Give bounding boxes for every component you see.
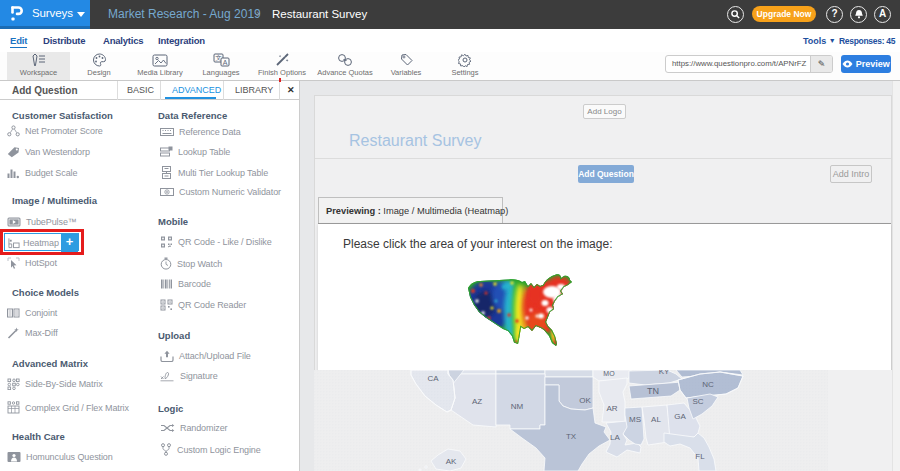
svg-text:TX: TX xyxy=(566,432,577,441)
svg-text:MO: MO xyxy=(603,370,615,377)
svg-text:LA: LA xyxy=(610,433,620,442)
svg-text:CA: CA xyxy=(427,374,439,383)
svg-text:FL: FL xyxy=(695,452,705,461)
svg-text:AK: AK xyxy=(446,457,457,466)
svg-text:GA: GA xyxy=(674,412,686,421)
svg-text:OK: OK xyxy=(579,396,591,405)
svg-text:KY: KY xyxy=(659,370,670,376)
svg-text:NC: NC xyxy=(702,380,714,389)
svg-text:MS: MS xyxy=(629,415,641,424)
svg-text:AL: AL xyxy=(651,415,661,424)
svg-text:A: A xyxy=(222,59,227,66)
svg-text:SC: SC xyxy=(692,397,703,406)
svg-text:TN: TN xyxy=(647,386,659,396)
svg-text:NM: NM xyxy=(511,402,524,411)
svg-text:AR: AR xyxy=(606,404,617,413)
svg-text:AZ: AZ xyxy=(472,397,482,406)
